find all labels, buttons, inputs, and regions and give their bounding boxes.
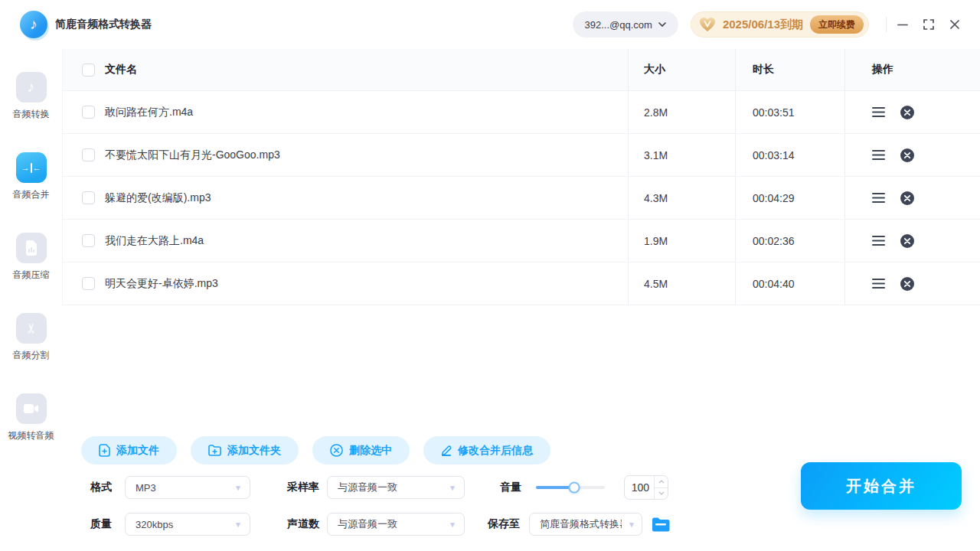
account-dropdown[interactable]: 392...@qq.com [573,11,678,37]
file-table: 文件名 大小 时长 操作 敢问路在何方.m4a 2.8M 00:03:51 不要… [62,49,980,305]
channels-select[interactable]: 与源音频一致 ▼ [327,513,465,536]
sidebar-item-audio-convert[interactable]: ♪ 音频转换 [13,72,50,121]
scissors-icon: ✂ [16,313,47,344]
app-title: 简鹿音频格式转换器 [55,18,152,31]
select-all-checkbox[interactable] [82,64,95,77]
column-header-duration: 时长 [753,63,774,77]
file-plus-icon [99,444,110,457]
stepper-down-icon[interactable] [655,488,668,500]
file-compress-icon [16,233,47,263]
folder-open-icon[interactable] [652,517,670,532]
sidebar-item-audio-compress[interactable]: 音频压缩 [13,233,50,282]
folder-plus-icon [208,445,221,456]
column-header-actions: 操作 [872,63,893,77]
file-size: 4.5M [644,278,668,290]
row-checkbox[interactable] [82,148,95,161]
file-name: 敢问路在何方.m4a [105,106,193,119]
file-name: 躲避的爱(改编版).mp3 [105,191,211,205]
sample-rate-field: 采样率 与源音频一致 ▼ [287,476,465,499]
quality-field: 质量 320kbps ▼ [90,513,250,536]
row-checkbox[interactable] [82,234,95,247]
dropdown-arrow-icon: ▼ [449,520,456,529]
sample-rate-select[interactable]: 与源音频一致 ▼ [327,476,465,499]
file-duration: 00:03:14 [753,149,795,161]
save-to-select[interactable]: 简鹿音频格式转换器 ▼ [529,513,642,536]
maximize-icon[interactable] [920,16,937,33]
sidebar-item-audio-merge[interactable]: →← 音频合并 [13,152,50,201]
row-checkbox[interactable] [82,191,95,204]
drag-handle-icon[interactable] [872,150,885,160]
delete-selected-button[interactable]: 删除选中 [312,436,410,465]
remove-circle-icon[interactable] [900,106,914,119]
table-row: 明天会更好-卓依婷.mp3 4.5M 00:04:40 [63,262,980,305]
volume-label: 音量 [500,481,521,494]
remove-circle-icon[interactable] [900,234,914,248]
remove-circle-icon[interactable] [900,148,914,162]
video-camera-icon [16,393,47,424]
account-email: 392...@qq.com [585,19,652,31]
stepper-up-icon[interactable] [655,476,668,488]
sidebar-item-label: 音频转换 [13,108,50,121]
file-duration: 00:04:40 [753,278,795,290]
row-checkbox[interactable] [82,277,95,290]
volume-slider-knob[interactable] [568,482,580,494]
row-checkbox[interactable] [82,106,95,119]
file-duration: 00:03:51 [753,106,795,119]
dropdown-arrow-icon: ▼ [628,520,635,529]
modify-merged-info-button[interactable]: 修改合并后信息 [423,436,550,465]
file-name: 我们走在大路上.m4a [105,234,204,248]
format-field: 格式 MP3 ▼ [90,476,250,499]
music-note-icon: ♪ [30,16,38,33]
circle-x-icon [330,444,343,457]
sidebar: ♪ 音频转换 →← 音频合并 音频压缩 ✂ 音频分割 视频转音频 [0,49,62,551]
sidebar-item-label: 视频转音频 [8,429,54,442]
file-name: 不要慌太阳下山有月光-GooGoo.mp3 [105,148,280,162]
sidebar-item-label: 音频分割 [13,349,50,362]
sidebar-item-label: 音频压缩 [13,269,50,282]
volume-value[interactable]: 100 [625,476,654,499]
sidebar-item-video-to-audio[interactable]: 视频转音频 [8,393,54,442]
dropdown-arrow-icon: ▼ [234,520,242,529]
volume-slider[interactable] [536,486,605,489]
file-size: 4.3M [644,192,668,204]
sidebar-item-audio-split[interactable]: ✂ 音频分割 [13,313,50,362]
file-size: 3.1M [644,149,668,161]
file-duration: 00:02:36 [753,235,795,247]
column-header-size: 大小 [644,63,665,77]
start-merge-button[interactable]: 开始合并 [801,462,962,510]
remove-circle-icon[interactable] [900,277,914,291]
table-row: 我们走在大路上.m4a 1.9M 00:02:36 [63,220,980,262]
format-select[interactable]: MP3 ▼ [125,476,250,499]
minimize-icon[interactable] [894,16,911,33]
renew-button[interactable]: 立即续费 [810,15,864,34]
close-icon[interactable] [946,16,963,33]
file-actions-toolbar: 添加文件 添加文件夹 删除选中 修改合并后信息 [81,436,550,465]
file-name: 明天会更好-卓依婷.mp3 [105,277,218,291]
quality-select[interactable]: 320kbps ▼ [125,513,250,536]
topbar-right: 392...@qq.com 2025/06/13到期 立即续费 [573,11,980,37]
license-expiry-date: 2025/06/13到期 [723,18,803,32]
drag-handle-icon[interactable] [872,279,885,289]
edit-pen-icon [441,445,452,456]
table-row: 躲避的爱(改编版).mp3 4.3M 00:04:29 [63,177,980,220]
drag-handle-icon[interactable] [872,107,885,117]
table-row: 不要慌太阳下山有月光-GooGoo.mp3 3.1M 00:03:14 [63,134,980,177]
title-bar: ♪ 简鹿音频格式转换器 392...@qq.com 2025/06/13到期 立… [0,0,980,49]
music-note-icon: ♪ [16,72,47,103]
volume-input: 100 [624,475,668,500]
drag-handle-icon[interactable] [872,236,885,246]
drag-handle-icon[interactable] [872,193,885,203]
vip-heart-badge-icon [699,17,716,32]
quality-label: 质量 [90,517,112,531]
chevron-down-icon [658,22,666,27]
add-file-button[interactable]: 添加文件 [81,436,177,465]
volume-stepper [654,476,668,499]
add-folder-button[interactable]: 添加文件夹 [191,436,299,465]
merge-arrows-icon: →← [16,152,47,183]
column-header-filename: 文件名 [105,63,137,77]
dropdown-arrow-icon: ▼ [234,484,242,492]
app-window: ♪ 简鹿音频格式转换器 392...@qq.com 2025/06/13到期 立… [0,0,980,551]
channels-field: 声道数 与源音频一致 ▼ [287,513,465,536]
remove-circle-icon[interactable] [900,191,914,205]
sidebar-item-label: 音频合并 [13,188,50,201]
